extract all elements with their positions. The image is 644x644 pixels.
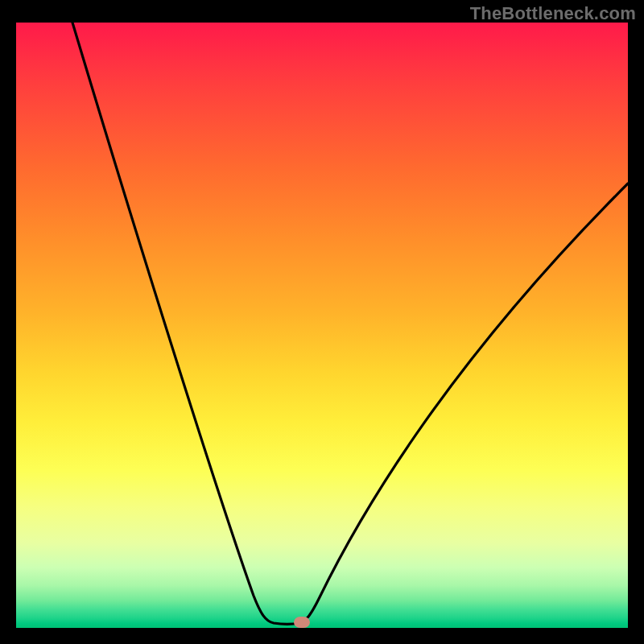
watermark-text: TheBottleneck.com xyxy=(470,3,636,24)
bottleneck-curve xyxy=(16,23,628,628)
curve-path xyxy=(72,23,628,625)
chart-frame: TheBottleneck.com xyxy=(0,0,644,644)
plot-area xyxy=(16,23,628,628)
current-config-marker xyxy=(294,617,310,628)
